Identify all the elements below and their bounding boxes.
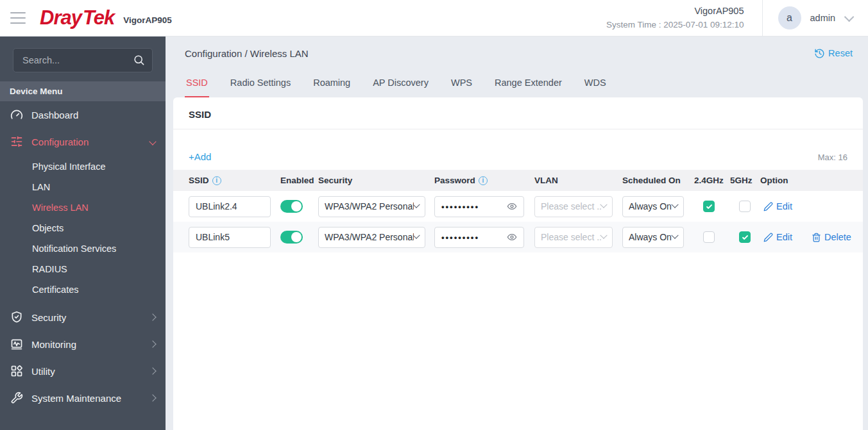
wrench-icon xyxy=(10,392,23,404)
ssid-input[interactable] xyxy=(189,227,271,248)
reset-button[interactable]: Reset xyxy=(814,48,853,59)
password-field[interactable]: ••••••••• xyxy=(434,196,524,217)
info-icon[interactable]: i xyxy=(212,176,221,185)
edit-button[interactable]: Edit xyxy=(763,201,792,211)
sidebar: Device Menu Dashboard Configuration Phys… xyxy=(0,37,166,430)
sidebar-subitem-wireless-lan[interactable]: Wireless LAN xyxy=(0,197,166,218)
vlan-select[interactable]: Please select ... xyxy=(534,196,613,217)
chevron-down-icon xyxy=(844,12,855,22)
col-header-scheduled-on: Scheduled On xyxy=(622,176,694,185)
monitoring-icon xyxy=(10,338,23,351)
chevron-down-icon xyxy=(149,138,156,145)
tab-ap-discovery[interactable]: AP Discovery xyxy=(371,78,430,97)
sidebar-subitem-physical-interface[interactable]: Physical Interface xyxy=(0,156,166,177)
enabled-toggle[interactable] xyxy=(280,200,303,213)
enabled-toggle[interactable] xyxy=(280,231,303,244)
info-icon[interactable]: i xyxy=(479,176,488,185)
sidebar-item-label: Utility xyxy=(31,366,55,377)
table-row: WPA3/WPA2 Personal ••••••••• Please sele… xyxy=(173,191,863,222)
panel-title: SSID xyxy=(173,97,863,129)
sidebar-item-dashboard[interactable]: Dashboard xyxy=(0,101,166,128)
max-count-label: Max: 16 xyxy=(818,153,847,162)
tab-ssid[interactable]: SSID xyxy=(185,78,209,97)
ssid-panel: SSID +Add Max: 16 SSID i Enabled Securit… xyxy=(173,97,863,430)
sidebar-item-label: Configuration xyxy=(31,136,89,147)
sidebar-item-label: Monitoring xyxy=(31,339,76,350)
delete-button[interactable]: Delete xyxy=(812,232,851,242)
password-field[interactable]: ••••••••• xyxy=(434,227,524,248)
col-header-vlan: VLAN xyxy=(534,176,622,185)
device-time-block: VigorAP905 System Time : 2025-07-01 09:1… xyxy=(606,4,762,31)
edit-button[interactable]: Edit xyxy=(763,232,792,242)
sidebar-subitem-notification-services[interactable]: Notification Services xyxy=(0,238,166,259)
sidebar-item-label: Security xyxy=(31,312,66,323)
tab-wds[interactable]: WDS xyxy=(583,78,608,97)
chevron-down-icon xyxy=(413,232,420,239)
band-5ghz-checkbox[interactable] xyxy=(739,201,751,212)
add-button[interactable]: +Add xyxy=(189,151,211,162)
ssid-input[interactable] xyxy=(189,196,271,217)
user-name: admin xyxy=(810,13,836,23)
trash-icon xyxy=(812,233,821,242)
sidebar-subitem-radius[interactable]: RADIUS xyxy=(0,259,166,279)
main-content: Configuration / Wireless LAN Reset SSID … xyxy=(166,37,868,430)
chevron-right-icon xyxy=(149,313,156,320)
check-icon xyxy=(742,234,749,241)
sliders-icon xyxy=(10,135,23,148)
tab-range-extender[interactable]: Range Extender xyxy=(493,78,563,97)
sidebar-subitem-certificates[interactable]: Certificates xyxy=(0,279,166,300)
password-masked: ••••••••• xyxy=(441,202,507,211)
security-select[interactable]: WPA3/WPA2 Personal xyxy=(318,196,425,217)
dashboard-icon xyxy=(10,108,23,121)
breadcrumb: Configuration / Wireless LAN xyxy=(185,48,309,59)
sidebar-item-utility[interactable]: Utility xyxy=(0,358,166,385)
col-header-5ghz: 5GHz xyxy=(730,176,760,185)
draytek-logo: DrayTek xyxy=(40,6,114,29)
col-header-security: Security xyxy=(318,176,434,185)
chevron-right-icon xyxy=(149,394,156,401)
chevron-down-icon xyxy=(671,201,678,208)
scheduled-on-select[interactable]: Always On xyxy=(622,227,684,248)
chevron-right-icon xyxy=(149,340,156,347)
col-header-password: Password i xyxy=(434,176,534,185)
device-name: VigorAP905 xyxy=(606,4,744,19)
topbar: Configuration / Wireless LAN Reset xyxy=(166,37,868,67)
band-2-4ghz-checkbox[interactable] xyxy=(703,201,715,212)
sidebar-item-label: Dashboard xyxy=(31,110,78,120)
search-icon[interactable] xyxy=(133,54,145,66)
security-select[interactable]: WPA3/WPA2 Personal xyxy=(318,227,425,248)
reset-history-icon xyxy=(814,48,825,59)
shield-icon xyxy=(10,311,23,324)
tab-radio-settings[interactable]: Radio Settings xyxy=(229,78,292,97)
table-header-row: SSID i Enabled Security Password i VLAN … xyxy=(173,170,863,191)
search-input[interactable] xyxy=(13,48,153,72)
chevron-down-icon xyxy=(671,232,678,239)
sidebar-item-monitoring[interactable]: Monitoring xyxy=(0,331,166,358)
band-5ghz-checkbox[interactable] xyxy=(739,231,751,243)
table-toolbar: +Add Max: 16 xyxy=(173,129,863,170)
scheduled-on-select[interactable]: Always On xyxy=(622,196,684,217)
sidebar-subitem-objects[interactable]: Objects xyxy=(0,218,166,238)
col-header-enabled: Enabled xyxy=(280,176,318,185)
tab-roaming[interactable]: Roaming xyxy=(312,78,352,97)
model-name: VigorAP905 xyxy=(123,12,172,25)
check-icon xyxy=(706,203,713,210)
pencil-icon xyxy=(763,202,773,211)
device-menu-header: Device Menu xyxy=(0,81,166,101)
top-header: DrayTek VigorAP905 VigorAP905 System Tim… xyxy=(0,0,868,37)
sidebar-item-security[interactable]: Security xyxy=(0,304,166,331)
sidebar-subitem-lan[interactable]: LAN xyxy=(0,177,166,197)
app-window: DrayTek VigorAP905 VigorAP905 System Tim… xyxy=(0,0,868,430)
eye-icon[interactable] xyxy=(507,201,517,211)
sidebar-nav: Dashboard Configuration Physical Interfa… xyxy=(0,101,166,411)
user-menu[interactable]: a admin xyxy=(763,6,868,29)
chevron-down-icon xyxy=(600,201,607,208)
sidebar-item-system-maintenance[interactable]: System Maintenance xyxy=(0,385,166,411)
vlan-select[interactable]: Please select ... xyxy=(534,227,613,248)
sidebar-item-configuration[interactable]: Configuration xyxy=(0,128,166,155)
tab-wps[interactable]: WPS xyxy=(450,78,473,97)
band-2-4ghz-checkbox[interactable] xyxy=(703,231,715,243)
logo-part-tek: Tek xyxy=(83,6,114,29)
hamburger-menu-icon[interactable] xyxy=(10,12,26,24)
eye-icon[interactable] xyxy=(507,232,517,242)
